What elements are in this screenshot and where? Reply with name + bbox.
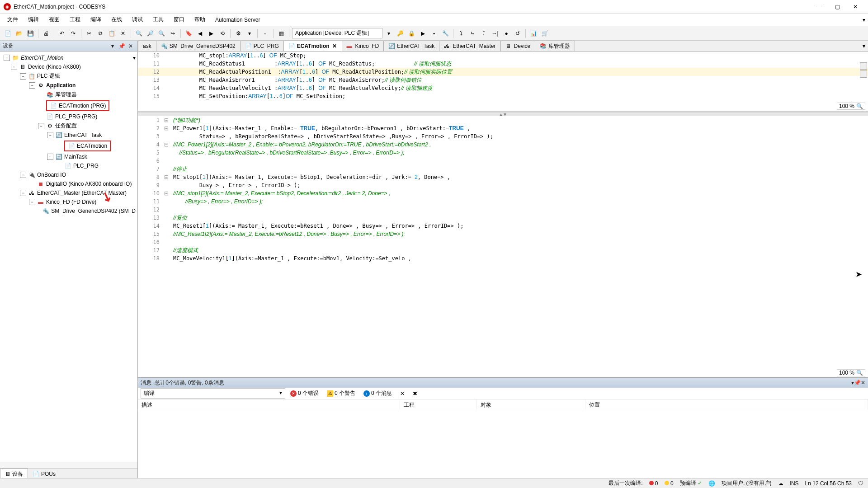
device-icon[interactable]: ▫ xyxy=(260,28,270,38)
right-action2-icon[interactable] xyxy=(860,70,867,78)
splitter[interactable]: ▴ ▾ xyxy=(138,113,868,116)
tree-ethercat-task[interactable]: −🔄EtherCAT_Task xyxy=(0,131,137,140)
tree-plc-prg-task[interactable]: 📄PLC_PRG xyxy=(0,161,137,170)
code-line[interactable]: 5 //Status=> , bRegulatorRealState=> , b… xyxy=(138,149,868,157)
open-icon[interactable]: 📂 xyxy=(14,28,24,38)
tree-lib-manager[interactable]: 📚库管理器 xyxy=(0,90,137,99)
cut-icon[interactable]: ✂ xyxy=(84,28,94,38)
tree-ecat-motion-task[interactable]: 📄ECATmotion xyxy=(0,140,137,152)
code-line[interactable]: 14MC_Reset1[1](Axis:= Master_1, Execute:… xyxy=(138,222,868,230)
build-dropdown-icon[interactable]: ▾ xyxy=(245,28,255,38)
tab-plc-prg[interactable]: 📄PLC_PRG xyxy=(240,41,284,51)
tree-task-config[interactable]: −⚙任务配置 xyxy=(0,121,137,131)
paste-icon[interactable]: 📋 xyxy=(107,28,117,38)
panel-pin-icon[interactable]: 📌 xyxy=(118,42,126,50)
tree-plc-logic[interactable]: −📋PLC 逻辑 xyxy=(0,71,137,81)
tab-devices[interactable]: 🖥设备 xyxy=(0,469,28,479)
tree-application[interactable]: −⚙Application xyxy=(0,81,137,90)
menu-online[interactable]: 在线 xyxy=(107,14,127,25)
code-line[interactable]: 2⊟MC_Power1[1](Axis:=Master_1 , Enable:=… xyxy=(138,124,868,132)
code-line[interactable]: 9 Busy=> , Error=> , ErrorID=> ); xyxy=(138,181,868,189)
right-action1-icon[interactable] xyxy=(860,62,867,70)
code-line[interactable]: 1⊟(*轴1功能*) xyxy=(138,116,868,124)
tab-pous[interactable]: 📄POUs xyxy=(28,469,60,479)
zoom-indicator-top[interactable]: 100 %🔍 xyxy=(837,103,865,110)
messages-pin-icon[interactable]: 📌 xyxy=(854,380,861,386)
code-line[interactable]: 11 MC_ReadStatus1 :ARRAY[1..6] OF MC_Rea… xyxy=(138,60,868,68)
tab-ethercat-master[interactable]: 🖧EtherCAT_Master xyxy=(439,41,500,51)
tree-root[interactable]: −📁EtherCAT_Motion▾ xyxy=(0,53,137,62)
col-description[interactable]: 描述 xyxy=(138,399,400,410)
code-line[interactable]: 16 xyxy=(138,238,868,246)
status-shield-icon[interactable]: 🛡 xyxy=(858,480,863,487)
menu-view[interactable]: 视图 xyxy=(44,14,64,25)
code-line[interactable]: 7//停止 xyxy=(138,165,868,173)
tab-ecat-motion[interactable]: 📄ECATmotion✕ xyxy=(283,41,342,51)
panel-close-icon[interactable]: ✕ xyxy=(127,42,135,50)
panel-dropdown-icon[interactable]: ▾ xyxy=(108,42,117,50)
find-icon[interactable]: 🔍 xyxy=(134,28,144,38)
combo-dropdown-icon[interactable]: ▾ xyxy=(384,28,394,38)
tab-close-icon[interactable]: ✕ xyxy=(332,43,337,49)
code-line[interactable]: 4⊟//MC_Power1[2](Axis:=Master_2 , Enable… xyxy=(138,141,868,149)
menu-build[interactable]: 编译 xyxy=(86,14,106,25)
code-line[interactable]: 8⊟MC_stop1[1](Axis:= Master_1, Execute:=… xyxy=(138,173,868,181)
new-icon[interactable]: 📄 xyxy=(3,28,13,38)
build-icon[interactable]: ⚙ xyxy=(233,28,243,38)
status-globe-icon[interactable]: 🌐 xyxy=(708,480,715,487)
clear-all-icon[interactable]: ✖ xyxy=(410,389,420,398)
code-line[interactable]: 12 xyxy=(138,206,868,214)
messages-close-icon[interactable]: ✕ xyxy=(861,380,865,386)
step-into-icon[interactable]: ⤷ xyxy=(467,28,477,38)
menu-window[interactable]: 窗口 xyxy=(169,14,189,25)
maximize-button[interactable]: ▢ xyxy=(828,0,846,13)
tab-task[interactable]: ask xyxy=(138,41,156,51)
code-line[interactable]: 13//复位 xyxy=(138,214,868,222)
col-object[interactable]: 对象 xyxy=(477,399,585,410)
menu-dropdown-icon[interactable]: ▾ xyxy=(863,17,865,23)
tree-digital-io[interactable]: ◼DigitalIO (Kinco AK800 onboard IO) xyxy=(0,179,137,188)
tree-plc-prg[interactable]: 📄PLC_PRG (PRG) xyxy=(0,112,137,121)
tab-device[interactable]: 🖥Device xyxy=(500,41,536,51)
grid-icon[interactable]: ▦ xyxy=(276,28,286,38)
break-all-icon[interactable]: ↺ xyxy=(513,28,523,38)
device-tree[interactable]: −📁EtherCAT_Motion▾ −🖥Device (Kinco AK800… xyxy=(0,52,137,462)
menu-help[interactable]: 帮助 xyxy=(190,14,210,25)
filter-errors[interactable]: ✕0 个错误 xyxy=(287,388,322,399)
bookmark-clear-icon[interactable]: ⟲ xyxy=(217,28,227,38)
menu-project[interactable]: 工程 xyxy=(65,14,85,25)
menu-tools[interactable]: 工具 xyxy=(148,14,168,25)
delete-icon[interactable]: ✕ xyxy=(118,28,128,38)
tree-ecat-motion-prg[interactable]: 📄ECATmotion (PRG) xyxy=(0,99,137,112)
zoom-icon[interactable]: 🔍 xyxy=(856,370,863,376)
bookmark-next-icon[interactable]: ▶ xyxy=(206,28,216,38)
messages-category-combo[interactable]: 编译▾ xyxy=(141,388,285,399)
clear-messages-icon[interactable]: ✕ xyxy=(397,389,408,398)
zoom-icon[interactable]: 🔍 xyxy=(856,103,863,109)
dropdown-icon[interactable]: ▾ xyxy=(133,55,136,61)
login-icon[interactable]: 🔑 xyxy=(395,28,405,38)
declarations-pane[interactable]: 10 MC_stop1:ARRAY[1..6] OF MC_Stop;11 MC… xyxy=(138,52,868,113)
undo-icon[interactable]: ↶ xyxy=(57,28,67,38)
messages-table[interactable]: 描述 工程 对象 位置 xyxy=(138,399,868,479)
tree-hscrollbar[interactable] xyxy=(0,462,137,468)
tree-onboard-io[interactable]: −🔌OnBoard IO xyxy=(0,170,137,179)
tree-sm-drive[interactable]: 🔩SM_Drive_GenericDSP402 (SM_D xyxy=(0,206,137,216)
goto-icon[interactable]: ↪ xyxy=(168,28,178,38)
col-position[interactable]: 位置 xyxy=(585,399,868,410)
menu-automation-server[interactable]: Automation Server xyxy=(211,15,264,25)
code-line[interactable]: 6 xyxy=(138,157,868,165)
close-button[interactable]: ✕ xyxy=(846,0,864,13)
start-icon[interactable]: ▶ xyxy=(418,28,428,38)
tab-sm-drive[interactable]: 🔩SM_Drive_GenericDSP402 xyxy=(156,41,241,51)
tree-device[interactable]: −🖥Device (Kinco AK800) xyxy=(0,62,137,71)
step-over-icon[interactable]: ⤵ xyxy=(456,28,466,38)
menu-edit[interactable]: 编辑 xyxy=(24,14,43,25)
menu-file[interactable]: 文件 xyxy=(3,14,23,25)
tab-lib-manager[interactable]: 📚库管理器 xyxy=(535,41,575,51)
trace-icon[interactable]: 📊 xyxy=(528,28,538,38)
status-cloud-icon[interactable]: ☁ xyxy=(778,480,783,487)
menu-debug[interactable]: 调试 xyxy=(127,14,147,25)
redo-icon[interactable]: ↷ xyxy=(68,28,78,38)
col-project[interactable]: 工程 xyxy=(400,399,477,410)
